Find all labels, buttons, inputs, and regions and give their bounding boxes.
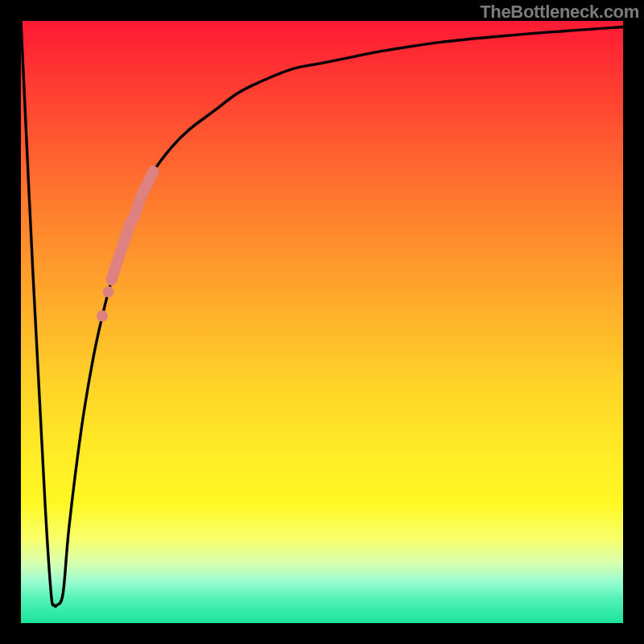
curve-layer [21, 21, 623, 623]
chart-stage: TheBottleneck.com [0, 0, 644, 644]
bottleneck-curve [21, 21, 623, 607]
watermark-label: TheBottleneck.com [480, 2, 639, 23]
highlight-band [111, 171, 153, 280]
highlight-dot [97, 311, 108, 322]
highlight-dot [102, 287, 114, 298]
plot-area [21, 21, 623, 623]
